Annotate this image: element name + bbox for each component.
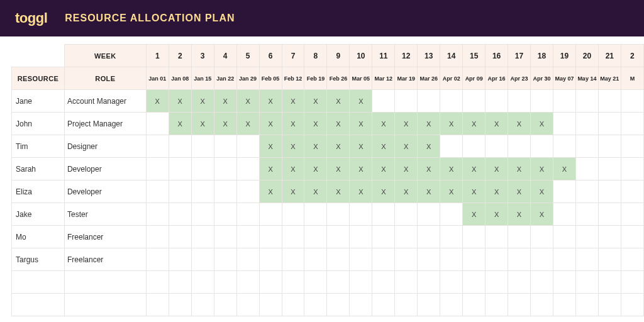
week-date-18[interactable]: Apr 30 <box>531 67 553 90</box>
allocation-cell[interactable] <box>575 203 598 226</box>
allocation-cell[interactable] <box>327 248 350 271</box>
empty-cell[interactable] <box>621 294 643 316</box>
allocation-cell[interactable] <box>214 226 236 248</box>
allocation-cell[interactable] <box>236 248 259 271</box>
allocation-cell[interactable] <box>146 180 169 203</box>
allocation-cell[interactable] <box>575 158 598 180</box>
resource-name[interactable]: Tim <box>12 135 65 158</box>
allocation-cell[interactable]: X <box>350 135 372 158</box>
empty-cell[interactable] <box>463 271 486 294</box>
allocation-cell[interactable]: X <box>418 135 440 158</box>
week-number-7[interactable]: 7 <box>282 45 304 67</box>
allocation-cell[interactable]: X <box>327 135 350 158</box>
allocation-cell[interactable] <box>146 226 169 248</box>
empty-cell[interactable] <box>282 294 304 316</box>
empty-cell[interactable] <box>418 294 440 316</box>
allocation-cell[interactable]: X <box>236 90 259 113</box>
allocation-cell[interactable] <box>282 203 304 226</box>
allocation-cell[interactable] <box>169 158 191 180</box>
allocation-cell[interactable] <box>191 248 214 271</box>
allocation-cell[interactable] <box>236 180 259 203</box>
allocation-cell[interactable] <box>236 203 259 226</box>
allocation-cell[interactable] <box>621 113 643 135</box>
empty-cell[interactable] <box>64 294 146 316</box>
week-number-1[interactable]: 1 <box>146 45 169 67</box>
allocation-cell[interactable] <box>440 226 463 248</box>
allocation-cell[interactable] <box>259 248 282 271</box>
week-date-9[interactable]: Feb 26 <box>327 67 350 90</box>
allocation-cell[interactable] <box>553 226 575 248</box>
week-number-18[interactable]: 18 <box>531 45 553 67</box>
week-date-16[interactable]: Apr 16 <box>486 67 508 90</box>
allocation-cell[interactable]: X <box>259 90 282 113</box>
allocation-cell[interactable] <box>621 135 643 158</box>
allocation-cell[interactable]: X <box>282 90 304 113</box>
allocation-cell[interactable] <box>575 226 598 248</box>
allocation-cell[interactable] <box>395 90 418 113</box>
allocation-cell[interactable]: X <box>350 113 372 135</box>
allocation-cell[interactable] <box>350 203 372 226</box>
week-date-10[interactable]: Mar 05 <box>350 67 372 90</box>
allocation-cell[interactable] <box>553 113 575 135</box>
allocation-cell[interactable] <box>440 90 463 113</box>
allocation-cell[interactable]: X <box>418 180 440 203</box>
allocation-cell[interactable]: X <box>146 90 169 113</box>
empty-cell[interactable] <box>214 294 236 316</box>
allocation-cell[interactable]: X <box>418 158 440 180</box>
week-date-3[interactable]: Jan 15 <box>191 67 214 90</box>
allocation-cell[interactable]: X <box>440 158 463 180</box>
allocation-cell[interactable] <box>327 226 350 248</box>
allocation-cell[interactable]: X <box>463 113 486 135</box>
allocation-cell[interactable]: X <box>304 158 327 180</box>
empty-cell[interactable] <box>531 271 553 294</box>
allocation-cell[interactable] <box>486 248 508 271</box>
allocation-cell[interactable] <box>169 226 191 248</box>
empty-cell[interactable] <box>282 271 304 294</box>
empty-cell[interactable] <box>486 294 508 316</box>
allocation-cell[interactable] <box>621 248 643 271</box>
allocation-cell[interactable] <box>146 158 169 180</box>
allocation-cell[interactable] <box>598 135 621 158</box>
allocation-cell[interactable]: X <box>486 158 508 180</box>
allocation-cell[interactable] <box>214 180 236 203</box>
week-number-15[interactable]: 15 <box>463 45 486 67</box>
allocation-cell[interactable] <box>621 226 643 248</box>
allocation-cell[interactable] <box>304 226 327 248</box>
allocation-cell[interactable] <box>372 90 395 113</box>
allocation-cell[interactable]: X <box>395 158 418 180</box>
week-number-5[interactable]: 5 <box>236 45 259 67</box>
allocation-cell[interactable] <box>146 135 169 158</box>
allocation-cell[interactable] <box>463 90 486 113</box>
week-number-8[interactable]: 8 <box>304 45 327 67</box>
allocation-cell[interactable]: X <box>486 180 508 203</box>
empty-cell[interactable] <box>259 271 282 294</box>
empty-cell[interactable] <box>327 294 350 316</box>
allocation-cell[interactable] <box>214 203 236 226</box>
allocation-cell[interactable]: X <box>282 180 304 203</box>
allocation-cell[interactable] <box>463 135 486 158</box>
allocation-cell[interactable]: X <box>440 180 463 203</box>
allocation-cell[interactable] <box>486 90 508 113</box>
empty-cell[interactable] <box>214 271 236 294</box>
empty-cell[interactable] <box>12 294 65 316</box>
allocation-cell[interactable] <box>395 248 418 271</box>
allocation-cell[interactable] <box>259 203 282 226</box>
allocation-cell[interactable]: X <box>259 135 282 158</box>
resource-name[interactable]: Eliza <box>12 180 65 203</box>
week-date-15[interactable]: Apr 09 <box>463 67 486 90</box>
allocation-cell[interactable] <box>440 203 463 226</box>
allocation-cell[interactable] <box>304 248 327 271</box>
allocation-cell[interactable] <box>575 113 598 135</box>
resource-name[interactable]: John <box>12 113 65 135</box>
empty-cell[interactable] <box>508 294 531 316</box>
allocation-cell[interactable] <box>236 158 259 180</box>
allocation-cell[interactable]: X <box>486 113 508 135</box>
empty-cell[interactable] <box>64 271 146 294</box>
resource-role[interactable]: Tester <box>64 203 146 226</box>
allocation-cell[interactable]: X <box>372 158 395 180</box>
empty-cell[interactable] <box>236 271 259 294</box>
week-number-4[interactable]: 4 <box>214 45 236 67</box>
week-number-21[interactable]: 21 <box>598 45 621 67</box>
empty-cell[interactable] <box>553 294 575 316</box>
allocation-cell[interactable] <box>463 248 486 271</box>
